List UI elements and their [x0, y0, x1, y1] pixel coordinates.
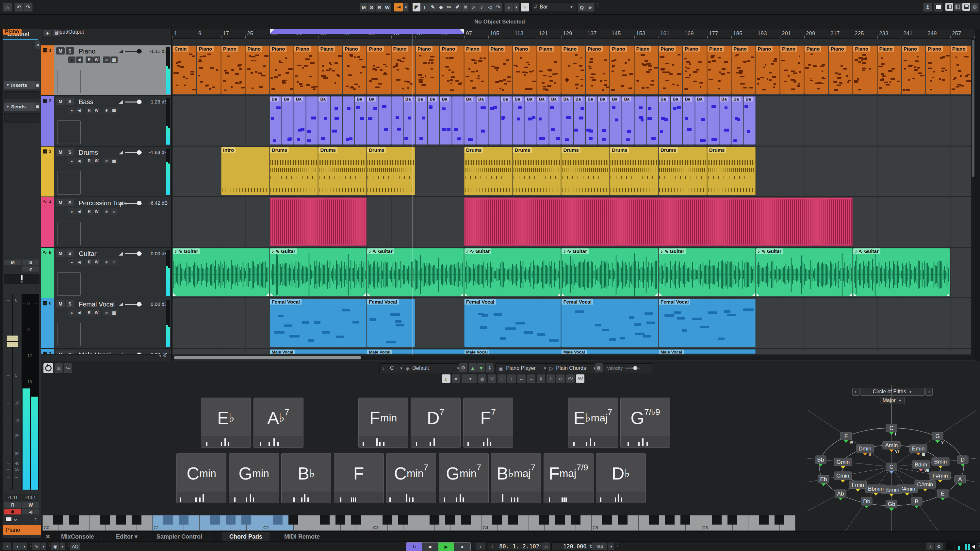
save-preset-icon[interactable]: ↧ [486, 363, 493, 372]
velocity-thumb[interactable] [633, 366, 637, 370]
midi-clip-piano[interactable]: Piano [756, 46, 780, 94]
chord-pad-row2-8[interactable]: D♭ [596, 453, 646, 503]
black-key[interactable] [727, 515, 737, 524]
mouse-snap-icon[interactable]: ◍ [478, 375, 487, 383]
play-button[interactable]: ▶ [438, 543, 454, 551]
window-setup-gear-icon[interactable]: ⚙ [971, 3, 979, 12]
circle-node-C[interactable]: CI [886, 424, 897, 437]
midi-clip-bass[interactable]: Ba [282, 96, 294, 144]
midi-clip-piano[interactable]: Piano [415, 46, 439, 94]
chord-pad-row2-2[interactable]: B♭ [281, 453, 331, 503]
velocity-control[interactable]: Velocity [604, 363, 653, 373]
midi-clip-drums[interactable]: Drums [659, 147, 707, 195]
tab-chord-pads[interactable]: Chord Pads [222, 532, 270, 541]
channel-config-icon[interactable]: ∞ [110, 208, 118, 215]
circle-node-Gmin[interactable]: Gmin [834, 458, 852, 469]
midi-clip-drums[interactable]: Drums [561, 147, 609, 195]
track-name[interactable]: Drums [79, 149, 98, 156]
position-display[interactable]: ♩80. 1. 2.102 [488, 543, 542, 550]
channel-solo-button[interactable]: S [22, 259, 39, 265]
sends-section-header[interactable]: ▼Sends [4, 103, 38, 111]
transpose-up-icon[interactable]: ▲ [469, 363, 477, 372]
midi-clip-piano[interactable]: Piano [440, 46, 463, 94]
track-color-strip[interactable]: ▦3 [41, 146, 54, 197]
black-key[interactable] [430, 515, 439, 524]
move-down-icon[interactable]: ↓ [498, 375, 506, 383]
track-color-strip[interactable]: ∿4 [41, 197, 54, 247]
circle-node-Bb[interactable]: Bb [815, 456, 826, 467]
track-name[interactable]: Guitar [79, 250, 96, 257]
channel-config-icon[interactable]: ○ [110, 259, 118, 265]
transpose-down-icon[interactable]: ▼ [477, 363, 485, 372]
audio-clip-guitar[interactable]: ♪ ∿ Guitar [659, 248, 756, 296]
circle-node-Cmin[interactable]: Cmin [834, 472, 852, 483]
midi-clip-drums[interactable]: Drums [513, 147, 561, 195]
track-name[interactable]: Bass [79, 98, 93, 106]
midi-clip-piano[interactable]: Piano [610, 46, 634, 94]
cycle-start-handle[interactable] [270, 29, 274, 33]
scrollbar-thumb[interactable] [174, 356, 361, 359]
midi-clip-piano[interactable]: Piano [586, 46, 609, 94]
lock-icon[interactable]: ⊙ [556, 375, 565, 383]
record-enable-button[interactable]: ● [68, 57, 75, 63]
monitor-button[interactable]: ◀) [76, 259, 83, 265]
track-list-corner-tools[interactable]: ▾ ⚙ [159, 353, 167, 358]
midi-clip-piano[interactable]: Piano [245, 46, 269, 94]
solo-button[interactable]: S [66, 250, 74, 257]
adaptive-voicing-active-button[interactable]: AV [576, 375, 584, 383]
black-key[interactable] [681, 515, 690, 524]
midi-clip-bass[interactable]: Ba [671, 96, 682, 144]
read-automation-button[interactable]: R [86, 208, 93, 215]
record-enable-button[interactable]: ● [68, 310, 75, 316]
volume-knob[interactable] [137, 201, 142, 205]
zone-toggle-left-icon[interactable] [945, 3, 953, 11]
track-volume[interactable]: -1.11 dB [119, 48, 167, 54]
instrument-icon[interactable] [5, 517, 12, 522]
track-volume[interactable]: 0.00 dB [119, 250, 167, 257]
track-color-strip[interactable]: ▦1 [41, 45, 54, 95]
circle-node-Dmin[interactable]: DminII [856, 445, 874, 457]
zone-toggle-bottom-icon[interactable] [963, 3, 970, 11]
midi-clip-drums[interactable]: Drums [367, 147, 415, 195]
onscreen-keyboard-icon[interactable] [934, 3, 943, 12]
page-icon[interactable]: ▯ [442, 375, 450, 383]
root-key-dropdown[interactable]: ♩C▼ [379, 363, 406, 373]
cycle-end-handle[interactable] [460, 29, 464, 33]
midi-clip-bass[interactable]: Ba [500, 96, 512, 144]
midi-clip-piano[interactable]: Piano [950, 46, 974, 94]
chord-pad-row2-0[interactable]: Cmin [177, 453, 226, 503]
midi-clip-piano[interactable]: Piano [780, 46, 804, 94]
move-up-icon[interactable]: ↑ [508, 375, 516, 383]
midi-clip-bass[interactable]: Ba [659, 96, 670, 144]
zone-toggle-left2-icon[interactable] [954, 3, 962, 11]
midi-clip-bass[interactable]: Ba [476, 96, 488, 144]
midi-clip-bass[interactable]: Ba [610, 96, 622, 144]
mute-button[interactable]: M [56, 47, 65, 54]
black-key[interactable] [163, 515, 173, 524]
audio-activity-icon[interactable]: ∿ [32, 543, 40, 550]
inserts-bypass-icon[interactable]: ▣ [35, 81, 40, 89]
transport-setup-gear-icon[interactable]: ⚙ [935, 543, 943, 550]
midi-clip-piano[interactable]: Piano [829, 46, 853, 94]
midi-clip-femal-vocal[interactable]: Femal Vocal [464, 299, 561, 347]
midi-clip-piano[interactable]: Piano [926, 46, 950, 94]
track-row-male-vocal[interactable]: ▦7MSMale Vocal0.00 dB●◀)RWe▦ [41, 349, 171, 355]
circle-node-Bmin[interactable]: Bmin [932, 457, 949, 468]
fader-handle[interactable] [7, 335, 18, 347]
move-left-icon[interactable]: ← [517, 375, 526, 383]
midi-clip-bass[interactable]: Ba [294, 96, 306, 144]
audio-clip-guitar[interactable]: ♪ ∿ Guitar [464, 248, 561, 296]
edit-channel-button[interactable]: e [103, 107, 110, 114]
midi-clip-piano[interactable]: Piano [318, 46, 342, 94]
midi-clip-bass[interactable]: Ba [355, 96, 366, 144]
record-enable-button[interactable] [4, 509, 21, 514]
add-track-icon[interactable]: + [43, 30, 51, 36]
black-key[interactable] [508, 515, 518, 524]
write-automation-button[interactable]: W [93, 208, 100, 215]
shift-down-icon[interactable]: ⇩ [537, 375, 545, 383]
solo-button[interactable]: S [66, 351, 74, 355]
channel-e-button[interactable]: e [22, 266, 39, 272]
chord-pad-row1-1[interactable]: A♭7 [253, 398, 304, 448]
midi-clip-bass[interactable]: Ba [270, 96, 282, 144]
midi-clip-drums[interactable]: Drums [270, 147, 318, 195]
